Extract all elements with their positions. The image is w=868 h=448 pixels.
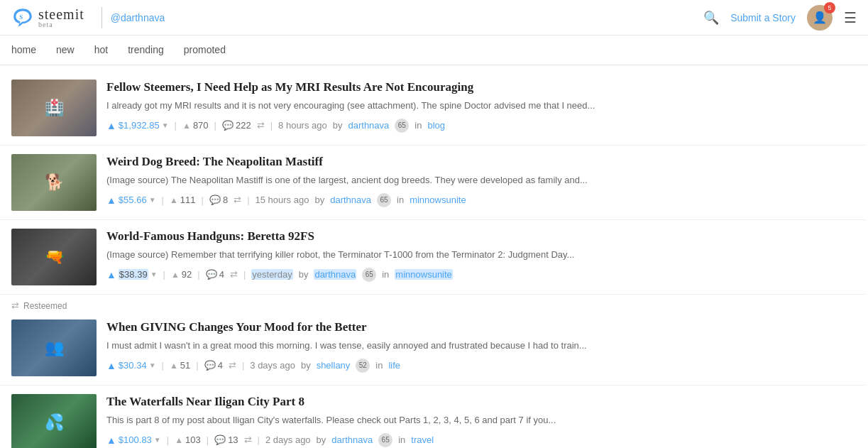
hamburger-menu-icon[interactable]: ☰ [844,9,857,26]
vote-count: ▲ 111 [170,195,196,205]
post-time: 2 days ago [265,435,311,445]
comment-count[interactable]: 💬 4 [204,360,223,371]
comment-icon: 💬 [204,360,216,371]
author-badge: 65 [377,193,391,207]
upvote-small-icon: ▲ [175,435,183,445]
post-category[interactable]: life [388,360,400,371]
meta-by: by [317,435,326,445]
avatar-wrapper[interactable]: 👤 5 [807,5,833,31]
vote-dropdown-icon[interactable]: ▼ [149,361,156,369]
vote-dropdown-icon[interactable]: ▼ [149,196,156,204]
post-author[interactable]: darthnava [330,195,371,205]
resteem-icon[interactable]: ⇄ [230,269,238,280]
post-thumbnail[interactable]: 🐕 [11,154,97,211]
pipe-1: | [175,120,177,131]
upvote-icon: ▲ [106,269,116,280]
post-category[interactable]: minnowsunite [410,195,466,205]
nav-item-home[interactable]: home [11,44,36,57]
post-meta: ▲ $1,932.85 ▼ | ▲ 870 | 💬 222 ⇄ | 8 hour… [106,119,855,133]
comment-icon: 💬 [206,269,217,280]
comment-icon: 💬 [214,435,226,445]
post-author[interactable]: darthnava [331,435,373,445]
comment-count[interactable]: 💬 4 [206,269,224,280]
pipe-2: | [214,120,216,131]
header-username[interactable]: @darthnava [111,12,165,23]
vote-button[interactable]: ▲ $38.39 ▼ [106,269,158,280]
comment-count[interactable]: 💬 8 [209,195,228,205]
post-author[interactable]: darthnava [314,269,356,280]
post-title[interactable]: World-Famous Handguns: Beretta 92FS [106,229,855,244]
post-title[interactable]: When GIVING Changes Your Mood for the Be… [106,319,855,335]
post-time: yesterday [251,269,292,280]
resteem-icon[interactable]: ⇄ [257,120,265,131]
post-title[interactable]: The Waterfalls Near Iligan City Part 8 [106,394,855,410]
nav-item-promoted[interactable]: promoted [184,44,226,57]
comment-icon: 💬 [209,195,221,205]
vote-amount: $38.39 [119,269,148,280]
thumbnail-emoji: 🔫 [45,248,64,266]
vote-button[interactable]: ▲ $1,932.85 ▼ [106,120,169,131]
header-right: 🔍 Submit a Story 👤 5 ☰ [703,5,857,31]
post-body: World-Famous Handguns: Beretta 92FS (Ima… [106,229,855,282]
post-category[interactable]: travel [411,435,434,445]
votes-number: 111 [180,195,196,205]
post-thumbnail[interactable]: 🏥 [11,80,97,136]
comments-number: 4 [219,269,224,280]
post-thumbnail[interactable]: 💦 [11,394,97,448]
upvote-small-icon: ▲ [182,121,191,131]
upvote-small-icon: ▲ [170,361,178,371]
submit-story-button[interactable]: Submit a Story [730,12,796,23]
post-time: 8 hours ago [278,120,327,131]
author-badge: 52 [356,359,370,373]
header: S steemit beta @darthnava 🔍 Submit a Sto… [0,0,868,35]
resteem-icon[interactable]: ⇄ [229,360,236,371]
nav-item-trending[interactable]: trending [128,44,164,57]
votes-number: 103 [185,435,201,445]
pipe-3: | [270,120,273,131]
logo-area[interactable]: S steemit beta [11,6,84,29]
logo-name: steemit [38,7,84,21]
vote-dropdown-icon[interactable]: ▼ [154,436,161,444]
post-title[interactable]: Weird Dog Breed: The Neapolitan Mastiff [106,154,855,170]
meta-in: in [398,435,405,445]
post-author[interactable]: shellany [317,360,351,371]
comment-count[interactable]: 💬 13 [214,435,238,445]
meta-in: in [397,195,404,205]
thumbnail-emoji: 👥 [45,339,64,357]
post-category[interactable]: blog [427,120,445,131]
vote-button[interactable]: ▲ $30.34 ▼ [106,360,156,371]
comment-icon: 💬 [222,120,234,131]
post-author[interactable]: darthnava [348,120,389,131]
search-icon[interactable]: 🔍 [703,10,719,26]
post-category[interactable]: minnowsunite [395,269,453,280]
post-thumbnail[interactable]: 👥 [11,319,97,376]
post-thumbnail[interactable]: 🔫 [11,229,97,285]
post-excerpt: This is part 8 of my post about Iligan C… [106,413,745,427]
post-title[interactable]: Fellow Steemers, I Need Help as My MRI R… [106,80,855,95]
post-item: 👥 When GIVING Changes Your Mood for the … [0,311,866,386]
vote-count: ▲ 870 [182,120,209,131]
vote-button[interactable]: ▲ $55.66 ▼ [106,195,156,206]
upvote-small-icon: ▲ [171,270,180,280]
main-nav: home new hot trending promoted [0,35,868,65]
vote-dropdown-icon[interactable]: ▼ [150,271,158,278]
thumbnail-emoji: 💦 [45,413,64,432]
vote-count: ▲ 51 [170,360,190,371]
comments-number: 8 [223,195,228,205]
pipe-1: | [167,435,169,445]
logo-text: steemit beta [38,7,84,28]
meta-by: by [299,269,309,280]
resteem-icon[interactable]: ⇄ [244,435,252,445]
vote-button[interactable]: ▲ $100.83 ▼ [106,435,161,446]
pipe-2: | [202,195,204,205]
resteem-icon[interactable]: ⇄ [234,195,241,205]
post-body: The Waterfalls Near Iligan City Part 8 T… [106,394,855,447]
pipe-2: | [197,269,199,280]
resteemed-label: ⇄Resteemed [0,295,866,311]
nav-item-new[interactable]: new [56,44,75,57]
vote-dropdown-icon[interactable]: ▼ [162,121,169,129]
comment-count[interactable]: 💬 222 [222,120,251,131]
avatar-letter: 👤 [813,11,827,24]
nav-item-hot[interactable]: hot [94,44,108,57]
post-excerpt: I already got my MRI results and it is n… [106,99,745,113]
